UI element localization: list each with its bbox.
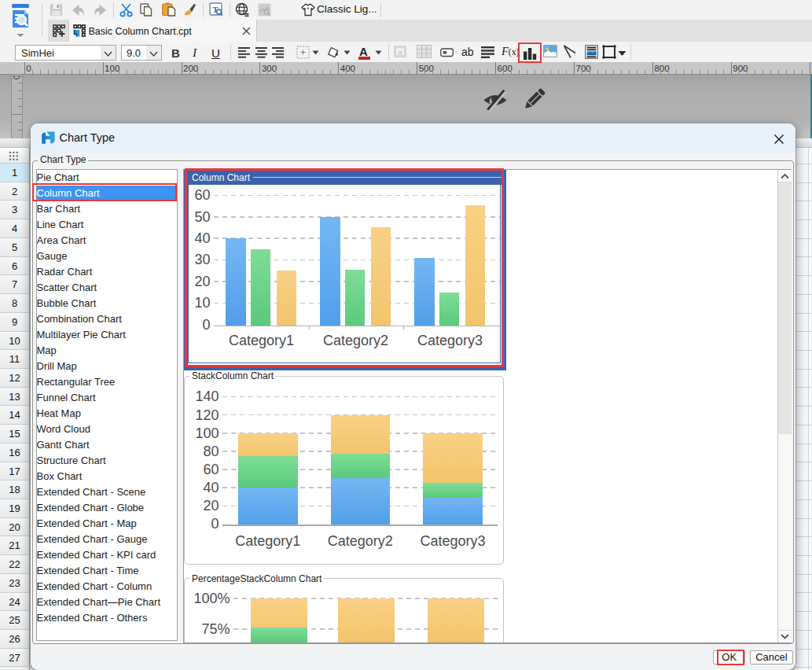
svg-text:a: a bbox=[399, 49, 402, 56]
